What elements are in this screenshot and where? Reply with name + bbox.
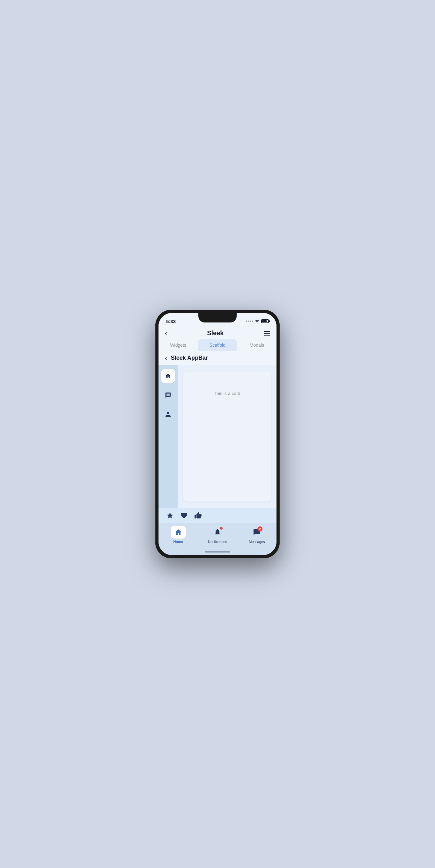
bottom-nav-home[interactable]: Home [158,526,198,544]
heart-icon[interactable] [180,512,188,519]
inner-title: Sleek AppBar [171,355,208,361]
menu-line [264,333,270,334]
side-nav-home[interactable] [161,369,175,383]
messages-badge: 2 [257,526,262,531]
bottom-nav: Home Notifications 2 [158,523,277,549]
phone-frame: 5:33 [155,310,280,558]
tab-scaffold[interactable]: Scaffold [198,339,237,351]
status-icons [246,319,269,323]
messages-nav-icon: 2 [249,526,264,538]
menu-button[interactable] [264,331,270,336]
home-nav-label: Home [173,540,183,544]
wifi-icon [255,319,260,323]
status-time: 5:33 [166,319,176,324]
bottom-action-bar [158,508,277,523]
side-nav [158,365,178,508]
signal-icon [246,320,253,322]
tab-modals[interactable]: Modals [237,339,277,351]
tab-bar: Widgets Scaffold Modals [158,339,277,351]
card: This is a card [183,372,271,501]
notification-dot-badge [220,527,223,530]
home-bar [205,551,230,553]
app-top-bar: ‹ Sleek [158,327,277,339]
battery-icon [261,319,269,323]
menu-line [264,335,270,336]
home-indicator [158,549,277,555]
main-content: This is a card [158,365,277,508]
star-icon[interactable] [166,512,174,519]
messages-nav-label: Messages [249,540,265,544]
thumbsup-icon[interactable] [194,512,202,519]
bottom-nav-notifications[interactable]: Notifications [198,526,237,544]
inner-back-button[interactable]: ‹ [165,354,167,362]
notch [198,313,237,322]
home-nav-icon [171,526,186,538]
bottom-nav-messages[interactable]: 2 Messages [237,526,277,544]
app-title: Sleek [207,330,224,337]
content-area: This is a card [178,365,277,508]
side-nav-profile[interactable] [161,407,175,421]
phone-screen: 5:33 [158,313,277,555]
inner-app-bar: ‹ Sleek AppBar [158,351,277,365]
notifications-nav-icon [210,526,225,538]
back-button[interactable]: ‹ [165,330,167,337]
notifications-nav-label: Notifications [208,540,227,544]
tab-widgets[interactable]: Widgets [158,339,198,351]
menu-line [264,331,270,332]
card-text: This is a card [214,391,240,396]
side-nav-messages[interactable] [161,388,175,402]
